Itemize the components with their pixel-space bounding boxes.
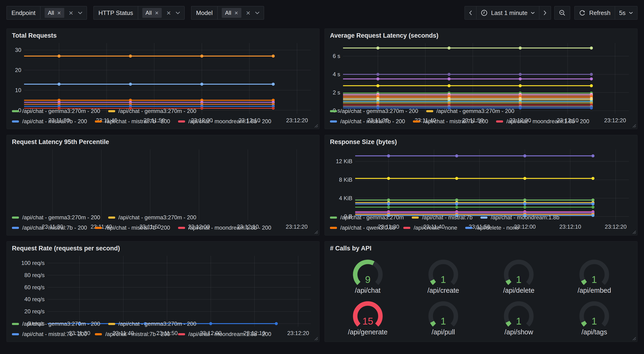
panel-latency-p95: Request Latency 95th Percentile 23:11:30… [6,135,320,235]
series-color-dash [178,120,185,123]
refresh-interval-picker[interactable]: 5s [615,6,638,20]
resize-handle[interactable] [632,230,636,234]
response-size-chart[interactable]: 0 B4 KiB8 KiB12 KiB23:11:3023:11:4023:11… [330,147,632,210]
panel-calls-by-api: # Calls by API 9/api/chat1/api/create1/a… [324,241,638,342]
chevron-down-icon [531,12,535,14]
filter-http-status-chip[interactable]: All × [142,8,162,18]
filter-http-status-label[interactable]: HTTP Status [94,6,138,20]
zoom-out-icon [559,9,566,16]
latency-p95-chart[interactable]: 23:11:3023:11:4023:11:5023:12:0023:12:10… [12,147,314,210]
panel-title[interactable]: Request Latency 95th Percentile [12,138,314,146]
resize-handle[interactable] [314,123,318,128]
legend-item[interactable]: /api/chat - mistral:7b - 200 [330,118,405,125]
legend-item[interactable]: /api/chat - gemma3:270m - 200 [108,320,196,327]
chip-remove-icon[interactable]: × [155,10,158,16]
panel-title[interactable]: Total Requests [12,32,314,39]
series-color-dash [330,120,337,123]
gauge-arc: 1 [424,257,463,287]
chip-remove-icon[interactable]: × [57,10,61,16]
legend-item-label: /api/chat - gemma3:270m - 200 [118,108,196,114]
svg-text:100 req/s: 100 req/s [21,260,45,266]
legend-item[interactable]: /api/chat - qwen3:0.6b [330,224,395,231]
refresh-icon [579,9,586,16]
gauge-api-pull: 1/api/pull [406,299,481,336]
legend-item[interactable]: /api/chat - moondream:1.8b [480,214,560,221]
legend-item[interactable]: /api/chat - gemma3:270m - 200 [108,214,196,221]
legend-item[interactable]: /api/chat - mistral:7b [412,214,472,221]
svg-text:8 KiB: 8 KiB [339,177,352,183]
clock-icon [481,9,488,16]
legend-item[interactable]: /api/chat - moondream:1.8b - 200 [178,331,271,337]
gauge-api-tags: 1/api/tags [556,299,632,336]
refresh-button[interactable]: Refresh [574,6,615,20]
gauge-api-create: 1/api/create [406,257,481,294]
series-color-dash [12,216,19,219]
gauge-arc: 9 [348,257,388,287]
legend-item[interactable]: /api/chat - mistral:7b - 200 [12,331,87,337]
legend-row: /api/chat - gemma3:270m - 200/api/chat -… [12,320,314,327]
resize-handle[interactable] [314,336,318,340]
legend-item[interactable]: /api/chat - gemma3:270m - 200 [12,320,100,327]
resize-handle[interactable] [632,123,636,128]
panel-title[interactable]: Average Request Latency (seconds) [330,32,632,39]
time-shift-back-button[interactable] [464,6,476,20]
gauge-api-embed: 1/api/embed [556,257,632,294]
legend-item-label: /api/chat - gemma3:270m - 200 [118,214,196,221]
svg-text:20: 20 [15,67,21,73]
legend-item[interactable]: /api/chat - mistral:7b - 200 [95,224,170,231]
legend-item[interactable]: /api/create - none [403,224,457,231]
filter-bar: Endpoint All × × HTTP Status All × × [6,6,264,20]
legend-item[interactable]: /api/chat - gemma3:270m - 200 [12,214,100,221]
filter-model-label[interactable]: Model [191,6,217,20]
total-requests-chart[interactable]: 010203023:11:3023:11:4023:11:5023:12:002… [12,40,314,104]
legend-item-label: /api/chat - gemma3:270m - 200 [22,108,100,114]
legend-item[interactable]: /api/chat - mistral:7b - 200 [413,118,488,125]
chevron-down-icon[interactable] [78,12,82,14]
series-color-dash [108,110,115,112]
legend-item[interactable]: /api/chat - gemma3:270m - 200 [426,108,514,114]
time-range-picker[interactable]: Last 1 minute [476,6,539,20]
legend-item[interactable]: /api/chat - gemma3:270m - 200 [330,108,418,114]
legend-item[interactable]: /api/chat - mistral:7b - 200 [95,118,170,125]
filter-http-status-value[interactable]: All × × [138,6,185,20]
filter-endpoint-label[interactable]: Endpoint [6,6,40,20]
legend-item[interactable]: /api/chat - moondream:1.8b - 200 [178,118,271,125]
legend-item[interactable]: /api/chat - mistral:7b - 200 [12,224,87,231]
legend-item[interactable]: /api/chat - gemma3:270m [330,214,404,221]
filter-model: Model All × × [191,6,264,20]
panel-title[interactable]: # Calls by API [330,245,632,252]
series-color-dash [412,216,419,219]
legend-item[interactable]: /api/delete - none [465,224,519,231]
legend-item[interactable]: /api/chat - gemma3:270m - 200 [12,108,100,114]
panel-title[interactable]: Request Rate (requests per second) [12,245,314,252]
zoom-out-time-button[interactable] [554,6,570,20]
filter-model-chip[interactable]: All × [222,8,242,18]
time-range-label: Last 1 minute [491,9,528,17]
request-rate-chart[interactable]: 0 req/s20 req/s40 req/s60 req/s80 req/s1… [12,253,314,317]
clear-filter-icon[interactable]: × [69,9,73,17]
legend-item[interactable]: /api/chat - mistral:7b - 200 [95,331,170,337]
legend-item-label: /api/chat - mistral:7b - 200 [22,118,87,125]
filter-model-value[interactable]: All × × [217,6,264,20]
svg-text:4 s: 4 s [333,71,340,77]
legend-item[interactable]: /api/chat - gemma3:270m - 200 [108,108,196,114]
gauge-label: /api/chat [355,287,381,294]
gauge-api-chat: 9/api/chat [330,257,406,294]
clear-filter-icon[interactable]: × [166,9,171,17]
filter-endpoint-value[interactable]: All × × [40,6,87,20]
panel-title[interactable]: Response Size (bytes) [330,138,632,146]
legend-item-label: /api/chat - mistral:7b - 200 [105,118,170,125]
resize-handle[interactable] [632,336,636,340]
filter-endpoint-chip[interactable]: All × [45,8,64,18]
chevron-down-icon[interactable] [255,12,260,14]
gauge-arc: 1 [499,257,538,287]
legend-item[interactable]: /api/chat - mistral:7b - 200 [12,118,87,125]
avg-latency-chart[interactable]: 0 s2 s4 s6 s23:11:3023:11:4023:11:5023:1… [330,40,632,104]
time-shift-forward-button[interactable] [539,6,551,20]
chip-remove-icon[interactable]: × [234,10,238,16]
clear-filter-icon[interactable]: × [246,9,250,17]
chevron-down-icon[interactable] [176,12,180,14]
legend-item[interactable]: /api/chat - moondream:1.8b - 200 [496,118,589,125]
resize-handle[interactable] [314,230,318,234]
legend-item[interactable]: /api/chat - moondream:1.8b - 200 [178,224,271,231]
